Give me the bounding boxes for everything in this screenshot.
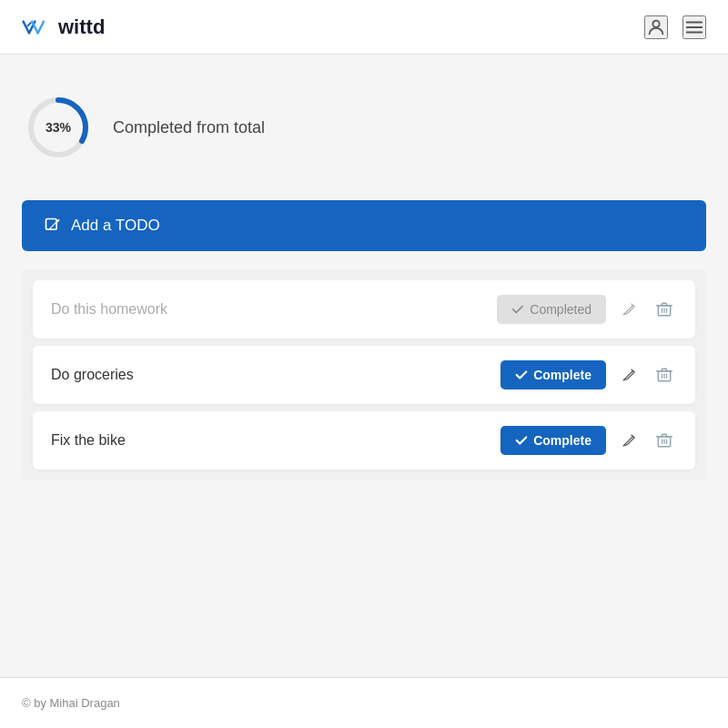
user-icon-button[interactable] — [644, 15, 668, 39]
donut-chart: 33% — [22, 91, 95, 164]
trash-icon — [655, 366, 673, 384]
pencil-icon — [621, 301, 637, 318]
logo-text: wittd — [58, 15, 105, 39]
edit-square-icon — [44, 217, 62, 235]
menu-icon-button[interactable] — [682, 15, 706, 39]
add-todo-label: Add a TODO — [71, 217, 160, 235]
todo-title-1: Do this homework — [51, 301, 497, 318]
delete-button-3[interactable] — [652, 428, 677, 453]
logo: wittd — [22, 15, 105, 39]
todo-actions-3: Complete — [500, 426, 677, 455]
todo-list: Do this homework Completed — [22, 269, 706, 480]
delete-button-2[interactable] — [652, 362, 677, 388]
todo-title-2: Do groceries — [51, 367, 500, 383]
check-icon — [515, 369, 528, 381]
todo-item: Fix the bike Complete — [33, 411, 695, 470]
todo-item: Do groceries Complete — [33, 346, 695, 404]
check-icon — [515, 434, 528, 447]
check-icon — [511, 303, 524, 316]
complete-label-3: Complete — [533, 433, 592, 448]
todo-item: Do this homework Completed — [33, 280, 695, 339]
user-icon — [646, 17, 666, 37]
delete-button-1[interactable] — [652, 297, 677, 322]
footer-text: © by Mihai Dragan — [22, 696, 120, 710]
edit-button-1[interactable] — [617, 298, 641, 321]
edit-button-3[interactable] — [617, 429, 641, 452]
progress-section: 33% Completed from total — [22, 91, 706, 164]
pencil-icon — [621, 367, 637, 383]
edit-button-2[interactable] — [617, 363, 641, 387]
todo-actions-1: Completed — [497, 295, 677, 324]
pencil-icon — [621, 432, 637, 449]
header-actions — [644, 15, 706, 39]
hamburger-icon — [684, 17, 704, 37]
svg-point-0 — [652, 20, 659, 26]
donut-label: 33% — [46, 120, 71, 135]
add-todo-bar[interactable]: Add a TODO — [22, 200, 706, 251]
trash-icon — [655, 300, 673, 318]
trash-icon — [655, 431, 673, 450]
progress-label: Completed from total — [113, 118, 265, 137]
todo-actions-2: Complete — [500, 360, 677, 389]
logo-icon — [22, 16, 51, 38]
completed-label-1: Completed — [530, 302, 592, 317]
main-content: 33% Completed from total Add a TODO Do t… — [0, 55, 728, 677]
completed-button-1[interactable]: Completed — [497, 295, 606, 324]
complete-button-3[interactable]: Complete — [500, 426, 606, 455]
footer: © by Mihai Dragan — [0, 677, 728, 728]
header: wittd — [0, 0, 728, 55]
complete-button-2[interactable]: Complete — [500, 360, 606, 389]
complete-label-2: Complete — [533, 368, 592, 382]
todo-title-3: Fix the bike — [51, 432, 500, 449]
